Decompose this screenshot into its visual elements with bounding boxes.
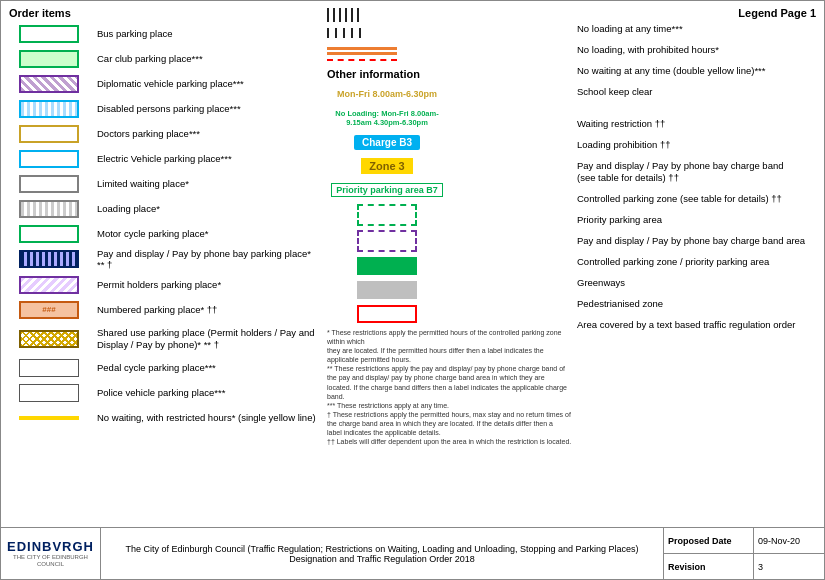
waiting-time-row: Mon-Fri 8.00am-6.30pm (327, 84, 573, 104)
right-item-priority-area: Priority parking area (577, 214, 816, 232)
tro-row (327, 304, 573, 324)
school-symbol (327, 59, 573, 62)
right-item-pay-display-band: Pay and display / Pay by phone bay charg… (577, 160, 816, 190)
no-loading-hours-symbol (327, 25, 573, 41)
footnote-8: †† Labels will differ dependent upon the… (327, 437, 573, 446)
list-item: Police vehicle parking place*** (9, 382, 319, 404)
item-label: Numbered parking place* †† (97, 304, 217, 315)
right-item-pay-display-area: Pay and display / Pay by phone bay charg… (577, 235, 816, 253)
dashed-green-symbol (327, 204, 447, 226)
bus-symbol (19, 25, 79, 43)
item-label: Doctors parking place*** (97, 128, 200, 139)
symbol-bus (9, 25, 89, 43)
right-label: Area covered by a text based traffic reg… (577, 319, 795, 331)
dashed-green-row (327, 204, 573, 226)
right-label: Controlled parking zone (see table for d… (577, 193, 782, 205)
right-label: Waiting restriction †† (577, 118, 665, 130)
right-item-waiting-restriction: Waiting restriction †† (577, 118, 816, 136)
item-label: Motor cycle parking place* (97, 228, 208, 239)
pedestrian-symbol (327, 281, 447, 299)
list-item: ### Numbered parking place* †† (9, 299, 319, 321)
footnote-1: * These restrictions apply the permitted… (327, 328, 573, 346)
symbol-car-club (9, 50, 89, 68)
permit-symbol (19, 276, 79, 294)
symbol-numbered: ### (9, 301, 89, 319)
list-item: No waiting, with restricted hours* (sing… (9, 407, 319, 429)
right-label: Priority parking area (577, 214, 662, 226)
list-item: Limited waiting place* (9, 173, 319, 195)
list-item: Motor cycle parking place* (9, 223, 319, 245)
right-label: Pedestrianised zone (577, 298, 663, 310)
symbol-permit (9, 276, 89, 294)
item-label: Electric Vehicle parking place*** (97, 153, 232, 164)
item-label: Pedal cycle parking place*** (97, 362, 216, 373)
item-label: Loading place* (97, 203, 160, 214)
other-info-title: Other information (327, 68, 573, 80)
priority-badge-symbol: Priority parking area B7 (327, 183, 447, 197)
right-label: Pay and display / Pay by phone bay charg… (577, 235, 805, 247)
item-label: Disabled persons parking place*** (97, 103, 241, 114)
right-item-loading-prohibition: Loading prohibition †† (577, 139, 816, 157)
middle-column: Other information Mon-Fri 8.00am-6.30pm … (323, 7, 573, 521)
order-items-title: Order items (9, 7, 319, 19)
pedal-symbol (19, 359, 79, 377)
list-item: Pedal cycle parking place*** (9, 357, 319, 379)
item-label: Bus parking place (97, 28, 173, 39)
main-container: Order items Bus parking place Car club p… (0, 0, 825, 580)
right-item-tro: Area covered by a text based traffic reg… (577, 319, 816, 337)
symbol-diplomatic (9, 75, 89, 93)
content-area: Order items Bus parking place Car club p… (1, 1, 824, 527)
symbol-doctors (9, 125, 89, 143)
right-label: No loading at any time*** (577, 23, 683, 35)
list-item: Permit holders parking place* (9, 274, 319, 296)
symbol-disabled (9, 100, 89, 118)
symbol-shared (9, 330, 89, 348)
list-item: Shared use parking place (Permit holders… (9, 324, 319, 354)
footer-revision-value: 3 (754, 554, 824, 579)
greenway-symbol (327, 257, 447, 275)
symbol-electric (9, 150, 89, 168)
item-label: Permit holders parking place* (97, 279, 221, 290)
no-loading-anytime-symbol (327, 7, 573, 23)
symbol-pay-display (9, 250, 89, 268)
charge-badge-row: Charge B3 (327, 132, 573, 152)
item-label: Pay and display / Pay by phone bay parki… (97, 248, 319, 271)
logo-sub: THE CITY OF EDINBURGH COUNCIL (5, 554, 96, 568)
item-label: Car club parking place*** (97, 53, 203, 64)
priority-badge-row: Priority parking area B7 (327, 180, 573, 200)
double-yellow-symbol (327, 43, 573, 55)
footer-main-text: The City of Edinburgh Council (Traffic R… (101, 528, 664, 579)
footnote-4: located. If the charge band differs then… (327, 383, 573, 401)
item-label: Shared use parking place (Permit holders… (97, 327, 319, 350)
item-label: Police vehicle parking place*** (97, 387, 225, 398)
list-item: Doctors parking place*** (9, 123, 319, 145)
right-label: Loading prohibition †† (577, 139, 671, 151)
right-item-controlled-parking: Controlled parking zone (see table for d… (577, 193, 816, 211)
priority-badge-text: Priority parking area B7 (331, 183, 443, 197)
footer-right: Proposed Date 09-Nov-20 Revision 3 (664, 528, 824, 579)
symbol-motorcycle (9, 225, 89, 243)
dashed-purple-row (327, 230, 573, 252)
no-loading-text: No Loading: Mon-Fri 8.00am-9.15am 4.30pm… (327, 109, 447, 127)
right-item-greenways: Greenways (577, 277, 816, 295)
symbol-limited (9, 175, 89, 193)
symbol-police (9, 384, 89, 402)
right-label: Controlled parking zone / priority parki… (577, 256, 769, 268)
loading-symbol (19, 200, 79, 218)
right-label: Greenways (577, 277, 625, 289)
symbol-loading (9, 200, 89, 218)
footnote-6: † These restrictions apply the permitted… (327, 410, 573, 428)
footnote-2: they are located. If the permitted hours… (327, 346, 573, 364)
numbered-symbol: ### (19, 301, 79, 319)
right-label: School keep clear (577, 86, 653, 98)
greenway-row (327, 256, 573, 276)
symbol-pedal (9, 359, 89, 377)
footnote-5: *** These restrictions apply at any time… (327, 401, 573, 410)
footnote-3: ** These restrictions apply the pay and … (327, 364, 573, 382)
logo-text: EDINBVRGH (7, 539, 94, 554)
footer-revision-row: Revision 3 (664, 554, 824, 579)
tro-symbol (327, 305, 447, 323)
right-label: No loading, with prohibited hours* (577, 44, 719, 56)
list-item: Loading place* (9, 198, 319, 220)
footnote-7: label indicates the applicable details. (327, 428, 573, 437)
